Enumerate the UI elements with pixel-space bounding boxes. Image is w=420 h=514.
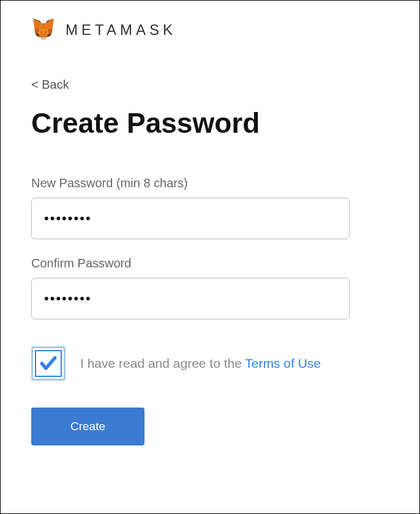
brand-name: METAMASK xyxy=(66,21,176,39)
tos-checkbox[interactable] xyxy=(31,346,66,381)
svg-marker-11 xyxy=(40,37,47,40)
confirm-password-input[interactable] xyxy=(31,278,350,319)
tos-link[interactable]: Terms of Use xyxy=(245,356,321,370)
confirm-password-label: Confirm Password xyxy=(31,256,389,270)
new-password-label: New Password (min 8 chars) xyxy=(31,176,389,190)
metamask-fox-icon xyxy=(31,17,56,43)
page-title: Create Password xyxy=(31,106,389,140)
new-password-group: New Password (min 8 chars) xyxy=(31,176,389,239)
svg-marker-7 xyxy=(39,29,48,34)
create-button[interactable]: Create xyxy=(31,408,144,445)
confirm-password-group: Confirm Password xyxy=(31,256,389,319)
tos-row: I have read and agree to the Terms of Us… xyxy=(31,346,389,381)
checkmark-icon xyxy=(39,354,58,373)
app-container: METAMASK < Back Create Password New Pass… xyxy=(0,0,420,514)
header: METAMASK xyxy=(31,17,389,43)
tos-text: I have read and agree to the xyxy=(80,356,245,370)
new-password-input[interactable] xyxy=(31,198,350,239)
tos-text-container: I have read and agree to the Terms of Us… xyxy=(80,356,321,371)
back-link[interactable]: < Back xyxy=(31,78,389,92)
